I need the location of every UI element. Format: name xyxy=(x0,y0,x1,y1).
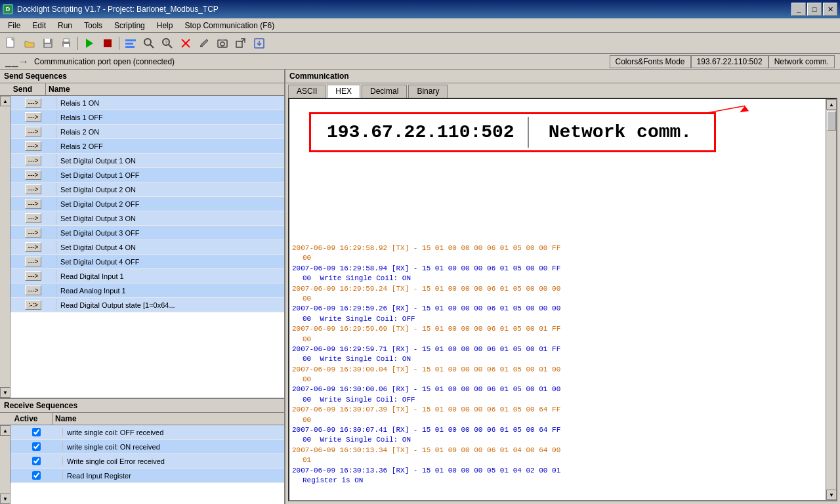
new-button[interactable] xyxy=(3,35,20,51)
sequence-name: Set Digital Output 4 ON xyxy=(56,242,284,253)
svg-point-23 xyxy=(220,42,224,46)
log-line: 00 xyxy=(292,253,823,263)
log-line: 00 Write Single Coil: OFF xyxy=(292,395,823,405)
recv-sequence-row[interactable]: write single coil: ON received xyxy=(10,440,284,454)
send-sequence-button[interactable]: ---> xyxy=(25,242,42,252)
send-sequence-row[interactable]: --->Read Digital Input 1 xyxy=(10,269,284,284)
send-sequence-button[interactable]: ---> xyxy=(25,184,42,194)
play-button[interactable] xyxy=(81,35,98,51)
scroll-up-arrow[interactable]: ▲ xyxy=(0,96,10,106)
comm-scroll-down[interactable]: ▼ xyxy=(826,490,837,500)
menu-edit[interactable]: Edit xyxy=(27,20,51,32)
active-col-header: Active xyxy=(0,413,52,425)
recv-active-checkbox[interactable] xyxy=(32,428,41,436)
send-sequence-button[interactable]: ---> xyxy=(25,170,42,180)
delete-button[interactable] xyxy=(177,35,194,51)
send-sequence-row[interactable]: --->Read Analog Input 1 xyxy=(10,284,284,298)
send-sequence-button[interactable]: ---> xyxy=(25,112,42,122)
sequences-list: ▲ ▼ --->Relais 1 ON--->Relais 1 OFF--->R… xyxy=(0,96,284,398)
scroll-track[interactable] xyxy=(826,110,836,490)
search-button[interactable] xyxy=(140,35,158,51)
svg-rect-11 xyxy=(125,39,136,41)
recv-scroll-up[interactable]: ▲ xyxy=(0,425,10,436)
scroll-thumb[interactable] xyxy=(827,111,836,131)
svg-rect-8 xyxy=(64,44,69,47)
maximize-button[interactable]: □ xyxy=(807,3,822,16)
send-sequence-button[interactable]: ---> xyxy=(25,199,42,209)
log-line: 2007-06-09 16:29:58.94 [RX] - 15 01 00 0… xyxy=(292,264,823,274)
send-sequence-row[interactable]: --->Relais 2 ON xyxy=(10,125,284,139)
comm-scroll-up[interactable]: ▲ xyxy=(826,99,837,110)
print-button[interactable] xyxy=(58,35,75,51)
send-sequence-row[interactable]: :-:>Read Digital Output state [1=0x64... xyxy=(10,298,284,312)
sequence-name: Read Analog Input 1 xyxy=(56,285,284,296)
toolbar-sep-2 xyxy=(119,37,119,50)
svg-rect-12 xyxy=(125,43,133,45)
send-sequence-row[interactable]: --->Set Digital Output 4 ON xyxy=(10,240,284,255)
send-sequences-header: Send Name xyxy=(0,83,284,96)
recv-active-checkbox[interactable] xyxy=(32,471,41,480)
svg-rect-24 xyxy=(220,39,224,41)
sequence-name: Set Digital Output 2 ON xyxy=(56,184,284,195)
send-sequence-row[interactable]: --->Set Digital Output 1 OFF xyxy=(10,168,284,182)
recv-sequence-row[interactable]: write single coil: OFF received xyxy=(10,425,284,440)
export-button[interactable] xyxy=(232,35,249,51)
tab-hex[interactable]: HEX xyxy=(327,85,360,98)
stop-communication-menu[interactable]: Stop Communication (F6) xyxy=(179,20,280,32)
scroll-down-arrow[interactable]: ▼ xyxy=(0,387,10,398)
receive-sequences-panel: Receive Sequences Active Name ▲ ▼ write … xyxy=(0,399,284,504)
stop-button[interactable] xyxy=(99,35,116,51)
send-sequence-button[interactable]: ---> xyxy=(25,213,42,223)
send-sequence-button[interactable]: ---> xyxy=(25,156,42,165)
send-sequence-button[interactable]: ---> xyxy=(25,285,42,295)
save-button[interactable] xyxy=(39,35,56,51)
send-sequence-button[interactable]: :-:> xyxy=(25,300,41,310)
menu-file[interactable]: File xyxy=(3,20,26,32)
send-sequence-button[interactable]: ---> xyxy=(25,141,42,151)
recv-sequence-row[interactable]: Read Input Register xyxy=(10,469,284,483)
communication-log[interactable]: 2007-06-09 16:29:58.92 [TX] - 15 01 00 0… xyxy=(289,99,826,500)
send-sequence-row[interactable]: --->Relais 1 ON xyxy=(10,96,284,110)
send-sequence-row[interactable]: --->Set Digital Output 2 OFF xyxy=(10,197,284,211)
menu-run[interactable]: Run xyxy=(52,20,77,32)
send-sequence-row[interactable]: --->Relais 2 OFF xyxy=(10,139,284,154)
send-sequence-row[interactable]: --->Set Digital Output 4 OFF xyxy=(10,255,284,269)
menu-scripting[interactable]: Scripting xyxy=(109,20,150,32)
network-status: Network comm. xyxy=(768,55,835,68)
minimize-button[interactable]: _ xyxy=(791,3,806,16)
edit-button[interactable] xyxy=(196,35,213,51)
send-sequence-row[interactable]: --->Set Digital Output 3 ON xyxy=(10,211,284,226)
recv-scroll-down[interactable]: ▼ xyxy=(0,494,10,504)
menu-tools[interactable]: Tools xyxy=(79,20,108,32)
send-sequence-row[interactable]: --->Set Digital Output 3 OFF xyxy=(10,226,284,240)
find-button[interactable]: ? xyxy=(159,35,176,51)
send-sequence-row[interactable]: --->Relais 1 OFF xyxy=(10,110,284,125)
comm-scrollbar[interactable]: ▲ ▼ xyxy=(826,99,836,500)
sequence-name: Set Digital Output 1 ON xyxy=(56,156,284,166)
send-sequence-button[interactable]: ---> xyxy=(25,271,42,281)
send-sequence-button[interactable]: ---> xyxy=(25,257,42,266)
send-sequence-button[interactable]: ---> xyxy=(25,98,42,108)
send-sequence-button[interactable]: ---> xyxy=(25,127,42,136)
send-sequence-row[interactable]: --->Set Digital Output 2 ON xyxy=(10,182,284,197)
screenshot-button[interactable] xyxy=(214,35,231,51)
tab-ascii[interactable]: ASCII xyxy=(288,85,326,98)
recv-active-checkbox[interactable] xyxy=(32,457,41,465)
recv-active-checkbox[interactable] xyxy=(32,442,41,451)
open-button[interactable] xyxy=(21,35,38,51)
import-button[interactable] xyxy=(251,35,268,51)
tab-binary[interactable]: Binary xyxy=(408,85,448,98)
send-sequences-button[interactable] xyxy=(122,35,139,51)
menu-help[interactable]: Help xyxy=(152,20,178,32)
recv-sequence-row[interactable]: Write single coil Error received xyxy=(10,454,284,469)
tab-decimal[interactable]: Decimal xyxy=(362,85,407,98)
send-sequence-button[interactable]: ---> xyxy=(25,228,42,238)
status-message: Commmunication port open (connected) xyxy=(34,57,604,66)
log-line: 00 Write Single Coil: ON xyxy=(292,274,823,284)
send-sequence-row[interactable]: --->Set Digital Output 1 ON xyxy=(10,154,284,168)
sequence-name: Set Digital Output 2 OFF xyxy=(56,199,284,209)
close-button[interactable]: ✕ xyxy=(823,3,837,16)
svg-text:?: ? xyxy=(165,39,168,45)
log-line: 00 Write Single Coil: OFF xyxy=(292,314,823,324)
connection-icon: ⎯⎯→ xyxy=(5,56,29,68)
